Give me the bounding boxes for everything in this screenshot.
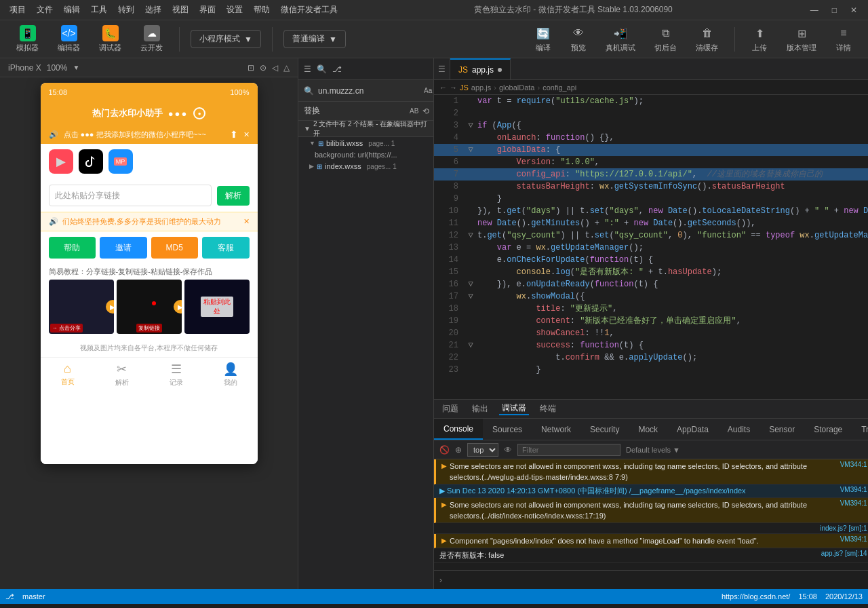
console-eye-icon[interactable]: 👁	[504, 445, 512, 455]
device-rotate-icon[interactable]: ⊡	[248, 63, 254, 73]
date-expand-icon[interactable]: ▶	[439, 487, 445, 495]
refresh-button[interactable]: 🔄 编译	[530, 22, 557, 56]
menu-item-goto[interactable]: 转到	[114, 3, 138, 17]
warn-expand-icon-3[interactable]: ▶	[441, 537, 447, 544]
warn-expand-icon-1[interactable]: ▶	[441, 462, 447, 470]
sidebar-toggle-icon[interactable]: ☰	[434, 58, 450, 79]
device-back-icon[interactable]: ◁	[272, 63, 278, 73]
app-icon-tiktok[interactable]	[79, 149, 103, 174]
compile-selector[interactable]: 普通编译 ▼	[283, 30, 346, 48]
console-clear-icon[interactable]: 🚫	[439, 445, 450, 455]
menu-item-file[interactable]: 文件	[33, 3, 57, 17]
device-home-icon[interactable]: △	[283, 63, 290, 73]
menu-item-wxdevtools[interactable]: 微信开发者工具	[277, 3, 342, 17]
preview-button[interactable]: 👁 预览	[565, 22, 592, 56]
console-top-icon[interactable]: ⊕	[455, 445, 462, 455]
msg-link-1[interactable]: VM344:1	[840, 461, 867, 468]
devtools-debugger-tab[interactable]: 调试器	[499, 402, 529, 415]
phone-tab-home[interactable]: ⌂ 首页	[41, 362, 95, 387]
simulator-button[interactable]: 📱 模拟器	[11, 22, 44, 56]
devtools-tab-mock[interactable]: Mock	[629, 419, 667, 440]
maximize-button[interactable]: □	[827, 4, 842, 16]
code-editor[interactable]: 1 var t = require("utils/cache.js"); 2 3…	[434, 95, 868, 399]
replace-execute-icon[interactable]: ⟲	[422, 107, 429, 116]
phone-tab-parse[interactable]: ✂ 解析	[95, 362, 149, 387]
menu-item-project[interactable]: 项目	[5, 3, 30, 17]
devtools-tab-storage[interactable]: Storage	[804, 419, 852, 440]
msg-link-3[interactable]: index.js? [sm]:1	[820, 525, 867, 532]
case-sensitive-icon[interactable]: Aa	[424, 87, 432, 94]
replace-input[interactable]	[304, 107, 406, 116]
menu-item-select[interactable]: 选择	[141, 3, 165, 17]
share-link-input[interactable]: 此处粘贴分享链接	[49, 185, 212, 206]
menu-item-interface[interactable]: 界面	[195, 3, 220, 17]
results-header[interactable]: ▼ 2 文件中有 2 个结果 - 在象编辑器中打开	[298, 121, 433, 137]
version-mgmt-button[interactable]: ⊞ 版本管理	[781, 22, 822, 56]
device-zoom-dropdown[interactable]: ▼	[73, 64, 79, 71]
devtools-tab-security[interactable]: Security	[580, 419, 629, 440]
parse-button[interactable]: 解析	[217, 186, 250, 206]
invite-button[interactable]: 邀请	[100, 237, 147, 259]
console-filter-input[interactable]	[517, 444, 620, 456]
cloud-button[interactable]: ☁ 云开发	[135, 22, 168, 56]
phone-tab-record[interactable]: ☰ 记录	[149, 362, 203, 387]
notice-close-icon[interactable]: ✕	[243, 217, 250, 226]
service-button[interactable]: 客服	[202, 237, 250, 259]
cutover-button[interactable]: ⧉ 切后台	[649, 22, 682, 56]
devtools-tab-audits[interactable]: Audits	[718, 419, 760, 440]
devtools-problems-tab[interactable]: 问题	[439, 403, 461, 415]
help-button[interactable]: 帮助	[49, 237, 96, 259]
editor-tab-appjs[interactable]: JS app.js	[450, 58, 511, 79]
search-input[interactable]	[318, 86, 420, 96]
search-result-1[interactable]: background: url(https://...	[298, 149, 433, 160]
banner-close-icon[interactable]: ✕	[243, 130, 250, 139]
file-item-index[interactable]: ▶ ⊞ index.wxss pages... 1	[298, 160, 433, 172]
real-device-button[interactable]: 📲 真机调试	[600, 22, 641, 56]
close-button[interactable]: ✕	[845, 4, 863, 16]
detail-button[interactable]: ≡ 详情	[830, 22, 857, 56]
file-item-bilibili[interactable]: ▼ ⊞ bilibili.wxss page... 1	[298, 137, 433, 149]
panel-icon-2[interactable]: 🔍	[317, 64, 327, 74]
md5-button[interactable]: MD5	[151, 237, 199, 259]
msg-link-4[interactable]: VM394:1	[840, 535, 867, 543]
devtools-tab-sources[interactable]: Sources	[483, 419, 532, 440]
console-input[interactable]	[445, 575, 868, 585]
console-context-selector[interactable]: top	[467, 443, 498, 457]
devtools-tab-console[interactable]: Console	[434, 419, 483, 440]
menu-item-tools[interactable]: 工具	[87, 3, 111, 17]
console-level-selector[interactable]: Default levels ▼	[626, 446, 680, 454]
panel-icon-3[interactable]: ⎇	[332, 64, 342, 74]
menu-item-settings[interactable]: 设置	[222, 3, 247, 17]
device-selector[interactable]: iPhone X	[8, 63, 41, 73]
minimize-button[interactable]: —	[805, 4, 824, 16]
editor-button[interactable]: </> 编辑器	[52, 22, 85, 56]
app-icon-1[interactable]: ▶	[49, 149, 73, 174]
phone-nav-dots[interactable]: ●●●	[168, 109, 189, 119]
nav-forward-icon[interactable]: →	[450, 83, 457, 92]
devtools-tab-trace[interactable]: Trace	[852, 419, 868, 440]
devtools-tab-appdata[interactable]: AppData	[667, 419, 718, 440]
msg-link-5[interactable]: app.js? [sm]:14	[821, 550, 867, 557]
devtools-tab-network[interactable]: Network	[532, 419, 580, 440]
phone-tab-profile[interactable]: 👤 我的	[203, 362, 258, 387]
phone-nav-record-icon[interactable]: ●	[193, 107, 205, 119]
devtools-output-tab[interactable]: 输出	[469, 403, 491, 415]
menu-item-view[interactable]: 视图	[168, 3, 193, 17]
banner-arrow-icon[interactable]: ⬆	[230, 129, 238, 140]
msg-link-2[interactable]: VM394:1	[840, 499, 867, 507]
menu-item-edit[interactable]: 编辑	[60, 3, 84, 17]
nav-back-icon[interactable]: ←	[439, 83, 447, 92]
replace-format-icon[interactable]: AB	[410, 107, 418, 115]
date-link[interactable]: VM394:1	[840, 486, 867, 493]
devtools-terminal-tab[interactable]: 终端	[537, 403, 559, 415]
panel-icon-1[interactable]: ☰	[304, 64, 311, 74]
menu-item-help[interactable]: 帮助	[250, 3, 274, 17]
debugger-button[interactable]: 🐛 调试器	[94, 22, 127, 56]
app-icon-mp[interactable]: MP	[108, 149, 133, 174]
warn-expand-icon-2[interactable]: ▶	[441, 501, 447, 508]
devtools-tab-sensor[interactable]: Sensor	[760, 419, 804, 440]
upload-button[interactable]: ⬆ 上传	[746, 22, 773, 56]
mode-selector[interactable]: 小程序模式 ▼	[191, 30, 261, 48]
clean-button[interactable]: 🗑 清缓存	[690, 22, 724, 56]
device-screenshot-icon[interactable]: ⊙	[260, 63, 267, 73]
